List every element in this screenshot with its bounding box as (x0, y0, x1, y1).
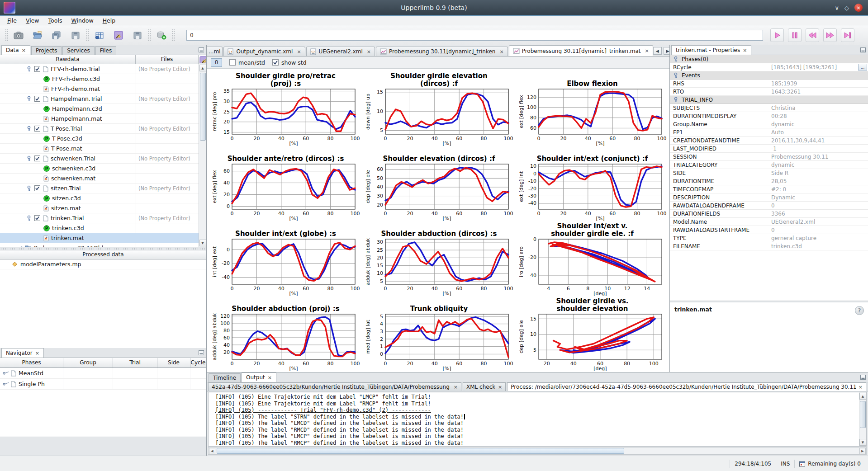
property-durationtimedisplay[interactable]: DURATIONTIMEDISPLAY00:28 (670, 112, 868, 120)
close-icon[interactable]: × (454, 384, 458, 390)
menu-help[interactable]: Help (99, 17, 119, 24)
tree-row-ffv-rh-demo-mat[interactable]: FFV-rh-demo.mat (0, 84, 199, 94)
navigator-row-meanstd[interactable]: MeanStd (0, 368, 206, 379)
close-icon[interactable]: × (367, 49, 371, 55)
log-vertical-scrollbar[interactable]: ▲ ▼ (859, 392, 866, 446)
diamond-icon[interactable]: ◇ (844, 5, 849, 11)
scroll-down-icon[interactable]: ▼ (859, 439, 866, 446)
property-subjects[interactable]: SUBJECTSChristina (670, 104, 868, 112)
phase-index-field[interactable]: 0 (211, 58, 222, 67)
close-icon[interactable]: × (743, 47, 747, 53)
tab-timeline[interactable]: Timeline (209, 373, 241, 382)
menu-file[interactable]: File (4, 17, 20, 24)
fast-forward-button[interactable] (823, 28, 837, 42)
camera-button[interactable] (11, 28, 26, 42)
tree-row-sitzen-c3d[interactable]: Psitzen.c3d (0, 193, 199, 203)
scroll-left-icon[interactable]: ◀ (209, 448, 215, 454)
property-rawdataloadendframe[interactable]: RAWDATALOADENDFRAME0 (670, 202, 868, 210)
output-tab-2[interactable]: XML check× (463, 382, 506, 391)
processed-item[interactable]: modelParameters.mp (0, 259, 206, 269)
tree-row-schwenken-c3d[interactable]: Pschwenken.c3d (0, 164, 199, 174)
scroll-right-icon[interactable]: ▶ (859, 448, 866, 454)
toolbar-grip[interactable] (172, 29, 175, 41)
table-settings-button[interactable] (198, 55, 206, 64)
tab-output[interactable]: Output× (242, 372, 276, 382)
property-durationfields[interactable]: DURATIONFIELDS3366 (670, 210, 868, 218)
checkbox-box[interactable] (229, 59, 236, 66)
tree-row-ffv-rh-demo-c3d[interactable]: PFFV-rh-demo.c3d (0, 74, 199, 84)
tree-row-trinken-mat[interactable]: trinken.mat (0, 233, 199, 243)
tab-projects[interactable]: Projects (31, 46, 62, 55)
property-group-events[interactable]: Events (670, 71, 868, 80)
panel-splitter[interactable] (0, 247, 206, 250)
tree-row-sitzen-mat[interactable]: sitzen.mat (0, 203, 199, 213)
property-creationdateandtime[interactable]: CREATIONDATEANDTIME2016,11,30,9,44,41 (670, 137, 868, 145)
navigator-row-single-ph[interactable]: Single Ph (0, 379, 206, 390)
scrollbar-thumb[interactable] (200, 73, 206, 141)
property-group-name[interactable]: Group.Namedynamic (670, 120, 868, 128)
save-button[interactable] (130, 28, 145, 42)
tree-row-probemessung-30-11old[interactable]: Probemessung 30.11Old (0, 243, 199, 247)
close-icon[interactable]: × (35, 350, 39, 356)
skip-end-button[interactable] (841, 28, 854, 42)
tree-row-t-pose-mat[interactable]: T-Pose.mat (0, 144, 199, 154)
property-group-trial-info[interactable]: TRIAL_INFO (670, 96, 868, 104)
property-fp1[interactable]: FP1Auto (670, 128, 868, 137)
navigator-column-cycle[interactable]: Cycle (190, 358, 206, 367)
property-session[interactable]: SESSIONProbemessung 30.11 (670, 153, 868, 161)
editor-tab-ml[interactable]: ...ml (207, 47, 223, 56)
close-icon[interactable]: × (22, 47, 26, 53)
scrollbar-thumb[interactable] (860, 401, 866, 428)
tree-row-t-pose-trial[interactable]: T-Pose.Trial(No Property Editor) (0, 124, 199, 134)
minimize-icon[interactable] (860, 47, 866, 54)
property-side[interactable]: SIDESide R (670, 169, 868, 177)
tree-row-schwenken-trial[interactable]: schwenken.Trial(No Property Editor) (0, 154, 199, 164)
rewind-button[interactable] (806, 28, 819, 42)
editor-tab-probemessung-30-11-dynamic-trinken[interactable]: Probemessung 30.11[dynamic]_trinken× (376, 47, 508, 56)
tree-row-trinken-c3d[interactable]: Ptrinken.c3d (0, 223, 199, 233)
output-tab-1[interactable]: 452a-47d5-9063-6660ee05c32b/Kunden/Herti… (208, 382, 461, 391)
tree-row-t-pose-c3d[interactable]: PT-Pose.c3d (0, 134, 199, 144)
property-trialcategory[interactable]: TRIALCATEGORYdynamic (670, 161, 868, 169)
minimize-icon[interactable] (199, 47, 204, 54)
close-icon[interactable]: × (499, 49, 503, 55)
property-rhs[interactable]: RHS185;1939 (670, 80, 868, 88)
menu-window[interactable]: Window (67, 17, 97, 24)
property-group-phases-0[interactable]: Phases(0) (670, 55, 868, 63)
close-icon[interactable]: × (297, 49, 301, 55)
checkbox-box[interactable] (272, 59, 279, 66)
toolbar-grip[interactable] (5, 29, 8, 41)
tab-navigator[interactable]: Navigator× (1, 348, 44, 358)
close-icon[interactable]: × (645, 48, 649, 54)
tab-properties[interactable]: trinken.mat - Properties × (671, 45, 751, 55)
log-horizontal-scrollbar[interactable]: ◀ ▶ (208, 447, 867, 455)
menu-view[interactable]: View (22, 17, 43, 24)
property-rawdataloadstartframe[interactable]: RAWDATALOADSTARTFRAME0 (670, 226, 868, 234)
chevron-down-icon[interactable]: ∨ (835, 5, 839, 11)
wizard-button[interactable] (111, 28, 126, 42)
tab-scroll-right-icon[interactable]: ▶ (664, 47, 669, 55)
property-durationtime[interactable]: DURATIONTIME28,05 (670, 177, 868, 185)
scroll-up-icon[interactable]: ▲ (859, 393, 866, 400)
checkbox-mean-std[interactable]: mean/std (229, 59, 265, 66)
close-icon[interactable]: × (854, 4, 863, 12)
tree-row-schwenken-mat[interactable]: schwenken.mat (0, 174, 199, 184)
help-button[interactable]: ? (855, 306, 864, 315)
toolbar-grip[interactable] (86, 29, 89, 41)
property-model-name[interactable]: Model.NameUEGeneral2.xml (670, 218, 868, 226)
property-timecodemap[interactable]: TIMECODEMAP#2: 0 (670, 185, 868, 193)
tab-services[interactable]: Services (62, 46, 95, 55)
tab-files[interactable]: Files (95, 46, 116, 55)
scrollbar-thumb[interactable] (217, 448, 624, 454)
editor-tab-output-dynamic-xml[interactable]: Output_dynamic.xml× (223, 47, 305, 56)
close-icon[interactable]: × (859, 384, 863, 390)
navigator-column-trial[interactable]: Trial (113, 358, 157, 367)
files-column-header[interactable]: Files (136, 55, 198, 64)
save-all-button[interactable] (49, 28, 64, 42)
scroll-down-icon[interactable]: ▼ (199, 240, 206, 246)
scrollbar-track[interactable] (199, 72, 206, 239)
table-button[interactable] (92, 28, 107, 42)
output-tab-3[interactable]: Process: /media/oliver/7306ec4d-452a-47d… (507, 382, 866, 391)
property-description[interactable]: DESCRIPTIONDynamic (670, 193, 868, 202)
ellipsis-button[interactable]: ... (858, 64, 867, 71)
